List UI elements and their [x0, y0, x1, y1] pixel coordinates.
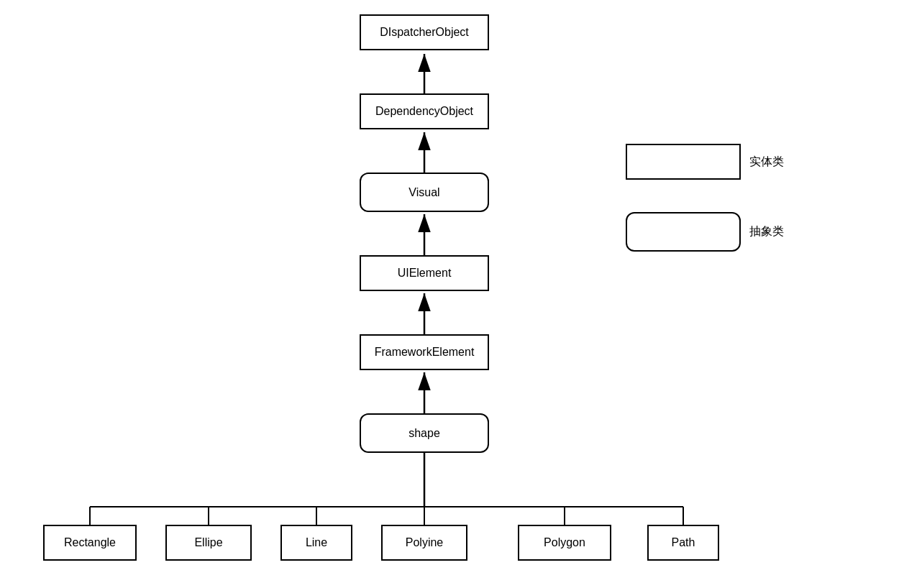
diagram-container: DIspatcherObject DependencyObject Visual… [0, 0, 922, 588]
node-path: Path [647, 525, 719, 561]
node-line: Line [280, 525, 352, 561]
legend-abstract-label: 抽象类 [749, 224, 784, 239]
node-framework: FrameworkElement [360, 334, 489, 370]
dependency-label: DependencyObject [375, 105, 473, 118]
rectangle-label: Rectangle [64, 536, 116, 549]
node-dependency: DependencyObject [360, 93, 489, 129]
legend-abstract-box [626, 212, 741, 252]
node-dispatcher: DIspatcherObject [360, 14, 489, 50]
node-ellipse: Ellipe [165, 525, 252, 561]
line-label: Line [306, 536, 327, 549]
path-label: Path [672, 536, 695, 549]
uielement-label: UIElement [398, 267, 452, 280]
legend-solid-box [626, 144, 741, 180]
legend-solid-label: 实体类 [749, 155, 784, 170]
shape-label: shape [408, 427, 440, 440]
node-rectangle: Rectangle [43, 525, 137, 561]
node-polyine: Polyine [381, 525, 467, 561]
node-polygon: Polygon [518, 525, 611, 561]
polygon-label: Polygon [544, 536, 585, 549]
dispatcher-label: DIspatcherObject [380, 26, 469, 39]
node-visual: Visual [360, 173, 489, 212]
node-shape: shape [360, 413, 489, 453]
visual-label: Visual [408, 186, 439, 199]
ellipse-label: Ellipe [194, 536, 222, 549]
polyine-label: Polyine [406, 536, 443, 549]
node-uielement: UIElement [360, 255, 489, 291]
framework-label: FrameworkElement [375, 346, 475, 359]
arrows-svg [0, 0, 922, 588]
